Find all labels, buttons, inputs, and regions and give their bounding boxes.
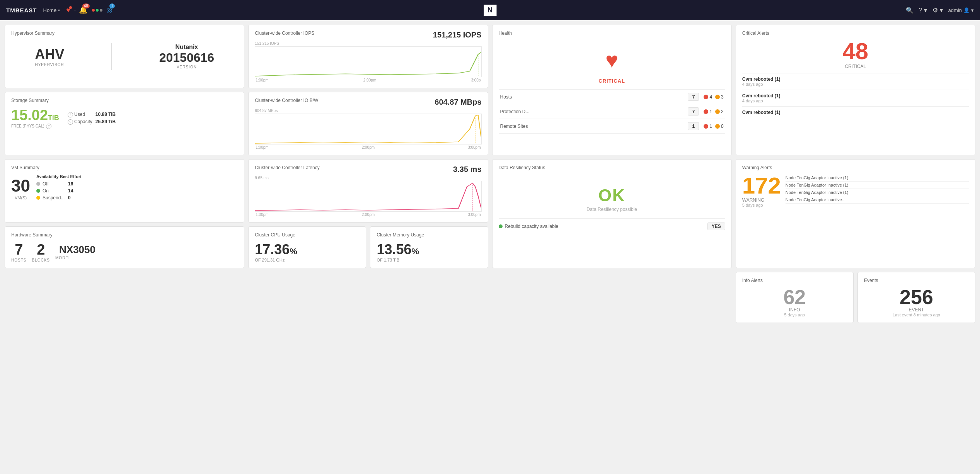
cpu-title: Cluster CPU Usage — [255, 232, 360, 238]
remote-label: Remote Sites — [500, 124, 688, 129]
user-menu[interactable]: admin 👤 ▾ — [948, 7, 974, 13]
latency-t3: 3:00pm — [468, 212, 481, 217]
remote-red-dot — [704, 124, 708, 129]
rebuild-dot — [499, 224, 503, 228]
settings-icon[interactable]: ⚙ ▾ — [932, 7, 943, 14]
storage-title: Storage Summary — [11, 98, 238, 103]
ahv-sub-label: HYPERVISOR — [35, 63, 64, 67]
latency-t2: 2:00pm — [362, 212, 375, 217]
memory-sub: OF 1.73 TiB — [377, 258, 481, 262]
warning-count: 172 — [742, 174, 781, 197]
critical-label: CRITICAL — [742, 64, 969, 69]
iops-t2: 2:00pm — [363, 78, 376, 82]
remote-orange-val: 0 — [721, 124, 724, 129]
resiliency-ok-area: OK Data Resiliency possible — [499, 174, 725, 214]
hypervisor-title: Hypervisor Summary — [11, 31, 238, 36]
iops-value: 151,215 IOPS — [433, 31, 482, 39]
warn-item-2[interactable]: Node TenGig Adaptor Inactive (1) — [786, 189, 969, 196]
health-row-protection[interactable]: Protection D... 7 1 2 — [499, 104, 725, 119]
remote-count: 1 — [688, 122, 699, 130]
hosts-count: 7 — [688, 93, 699, 101]
iops-t3: 3:00p — [471, 78, 481, 82]
resiliency-ok-text: OK — [499, 186, 725, 205]
health-row-remote[interactable]: Remote Sites 1 1 0 — [499, 119, 725, 134]
events-label: EVENT — [864, 307, 969, 313]
storage-summary-card: Storage Summary 15.02TiB FREE (PHYSICAL)… — [5, 92, 244, 155]
warn-item-0[interactable]: Node TenGig Adaptor Inactive (1) — [786, 174, 969, 182]
iops-title: Cluster-wide Controller IOPS — [255, 31, 314, 36]
storage-capacity-val: 25.89 TiB — [94, 118, 117, 126]
protection-label: Protection D... — [500, 109, 688, 114]
rebuild-yes-badge: YES — [707, 223, 725, 230]
storage-free-value: 15.02TiB — [11, 107, 59, 124]
remote-orange-dot — [715, 124, 720, 129]
help-icon[interactable]: ? ▾ — [919, 7, 927, 14]
bw-y-label: 604.87 MBps — [255, 109, 481, 113]
vm-row-off: Off 16 — [36, 181, 82, 187]
health-title: Health — [499, 31, 725, 36]
center-logo: N — [484, 5, 496, 16]
bell-badge: 48 — [82, 3, 90, 8]
hw-model: NX3050 — [59, 244, 95, 256]
used-info-icon[interactable]: ? — [68, 112, 73, 117]
warn-item-1[interactable]: Node TenGig Adaptor Inactive (1) — [786, 182, 969, 189]
warn-item-3[interactable]: Node TenGig Adaptor Inactive... — [786, 196, 969, 204]
health-card: Health ♥ CRITICAL Hosts 7 4 3 — [492, 25, 732, 155]
latency-chart-area — [255, 181, 481, 212]
hardware-summary-card: Hardware Summary 7 HOSTS 2 BLOCKS NX3050… — [5, 226, 244, 268]
bw-chart-area — [255, 114, 481, 144]
status-dots — [90, 9, 104, 12]
rebuild-label: Rebuild capacity available — [499, 224, 559, 229]
latency-chart-card: Cluster-wide Controller Latency 3.35 ms … — [248, 159, 488, 223]
vm-row-suspend: Suspend... 0 — [36, 195, 82, 200]
circle-icon[interactable]: ◎ 1 — [106, 6, 112, 14]
health-rows: Hosts 7 4 3 Protection D... 7 — [499, 89, 725, 134]
topnav: TMBEAST Home ▾ ♥ · 🔔 48 ◎ 1 N 🔍 ? ▾ ⚙ ▾ … — [0, 0, 980, 20]
cluster-usage-row: Cluster CPU Usage 17.36% OF 291.31 GHz C… — [248, 226, 488, 268]
vm-availability: Availability Best Effort — [36, 174, 82, 179]
iops-t1: 1:00pm — [256, 78, 268, 82]
info-alerts-ago: 5 days ago — [742, 313, 847, 317]
cpu-num: 17.36% — [255, 241, 297, 257]
home-nav[interactable]: Home ▾ — [43, 7, 60, 13]
hw-body: 7 HOSTS 2 BLOCKS NX3050 MODEL — [11, 241, 238, 262]
nutanix-logo: N — [484, 5, 496, 16]
events-ago: Last event 8 minutes ago — [864, 313, 969, 317]
health-row-hosts[interactable]: Hosts 7 4 3 — [499, 90, 725, 104]
latency-t1: 1:00pm — [256, 212, 268, 217]
memory-usage-card: Cluster Memory Usage 13.56% OF 1.73 TiB — [370, 226, 488, 268]
latency-title: Cluster-wide Controller Latency — [255, 165, 319, 170]
cpu-sub: OF 291.31 GHz — [255, 258, 360, 262]
capacity-info-icon[interactable]: ? — [68, 119, 73, 125]
critical-count: 48 — [742, 40, 969, 63]
warning-list: Node TenGig Adaptor Inactive (1) Node Te… — [786, 174, 969, 207]
hw-model-label: MODEL — [55, 256, 95, 260]
vm-count-label: VM(S) — [11, 195, 30, 200]
hw-hosts-num: 7 — [11, 241, 26, 258]
health-icon[interactable]: ♥ — [66, 6, 70, 14]
chevron-down-icon: ▾ — [58, 8, 60, 12]
vm-suspend-dot — [36, 196, 40, 200]
storage-free-label: FREE (PHYSICAL) ? — [11, 124, 59, 129]
critical-alerts-card: Critical Alerts 48 CRITICAL Cvm rebooted… — [736, 25, 975, 155]
version-number: 20150616 — [159, 51, 214, 65]
hw-blocks: 2 BLOCKS — [32, 241, 50, 262]
bw-title: Cluster-wide Controller IO B/W — [255, 98, 318, 103]
hw-hosts-label: HOSTS — [11, 258, 26, 262]
alert-ago-0: 4 days ago — [742, 82, 969, 87]
critical-item-1[interactable]: Cvm rebooted (1) 4 days ago — [742, 90, 969, 106]
bell-icon[interactable]: 🔔 48 — [79, 6, 87, 14]
warning-alerts-card: Warning Alerts 172 WARNING 5 days ago No… — [736, 159, 975, 268]
hw-nums: 7 HOSTS 2 BLOCKS — [11, 241, 50, 262]
warning-ago: 5 days ago — [742, 203, 781, 207]
storage-info-icon[interactable]: ? — [46, 124, 51, 129]
iops-chart-area — [255, 46, 481, 77]
protection-count: 7 — [688, 107, 699, 116]
critical-item-2[interactable]: Cvm rebooted (1) — [742, 106, 969, 118]
ahv-label: AHV — [35, 46, 64, 63]
vm-on-num: 14 — [68, 188, 73, 194]
critical-item-0[interactable]: Cvm rebooted (1) 4 days ago — [742, 73, 969, 90]
vm-off-dot — [36, 182, 40, 186]
username-label: admin — [948, 7, 962, 13]
search-icon[interactable]: 🔍 — [906, 7, 914, 14]
